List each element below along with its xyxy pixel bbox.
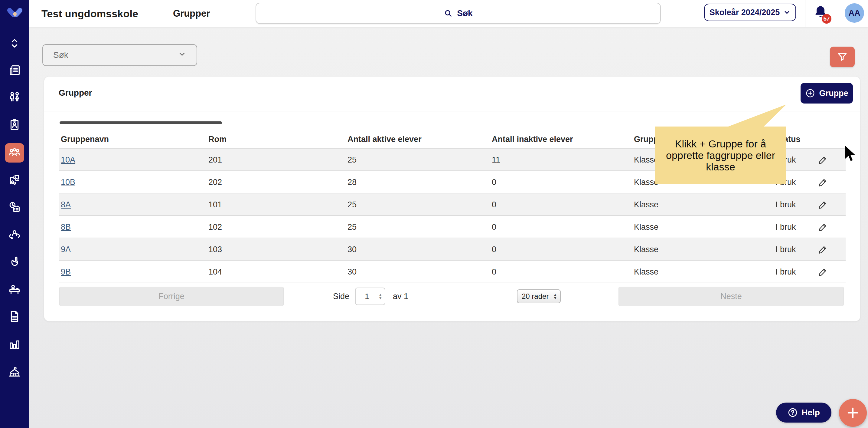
person-rotate-icon <box>7 227 22 242</box>
cell-inactive: 0 <box>492 261 496 283</box>
page-spinner[interactable]: ▲▼ <box>378 293 382 299</box>
sidebar-item-news[interactable] <box>5 61 24 81</box>
cell-inactive: 0 <box>492 238 496 261</box>
column-header-aktive[interactable]: Antall aktive elever <box>347 131 422 148</box>
help-button[interactable]: Help <box>776 403 831 423</box>
table-row: 8A 101 25 0 Klasse I bruk <box>59 193 846 215</box>
notification-badge: 57 <box>822 14 831 24</box>
school-name: Test ungdomsskole <box>41 0 138 27</box>
school-year-label: Skoleår 2024/2025 <box>710 8 780 17</box>
school-year-selector[interactable]: Skoleår 2024/2025 <box>704 4 796 21</box>
clock-calendar-icon <box>7 200 22 215</box>
previous-page-button[interactable]: Forrige <box>59 287 284 306</box>
quick-add-button[interactable] <box>839 399 867 427</box>
sidebar-item-guardians[interactable] <box>5 88 24 107</box>
sidebar-item-groups[interactable] <box>5 143 24 163</box>
newspaper-icon <box>7 63 22 78</box>
column-header-rom[interactable]: Rom <box>208 131 226 148</box>
sidebar-item-substitution[interactable] <box>5 225 24 245</box>
cell-status: I bruk <box>775 193 796 216</box>
add-group-button[interactable]: Gruppe <box>801 83 853 104</box>
chevron-down-icon <box>783 9 790 16</box>
puzzle-icon <box>7 173 22 188</box>
rows-per-page-select[interactable]: 20 rader ▲▼ <box>517 289 561 303</box>
sidebar-item-integrations[interactable] <box>5 170 24 190</box>
user-avatar[interactable]: AA <box>845 3 864 23</box>
raised-hand-icon <box>7 255 22 270</box>
group-search-label: Søk <box>53 50 68 60</box>
cell-room: 104 <box>208 261 222 283</box>
cell-active: 30 <box>347 238 356 261</box>
page-number-value: 1 <box>356 292 378 301</box>
column-header-gruppenavn[interactable]: Gruppenavn <box>61 131 109 148</box>
sidebar-item-students[interactable] <box>5 116 24 135</box>
table-row: 9B 104 30 0 Klasse I bruk <box>59 260 846 282</box>
edit-icon <box>818 267 828 277</box>
top-header: Test ungdomsskole Grupper Søk Skoleår 20… <box>29 0 868 27</box>
rows-per-page-value: 20 rader <box>522 292 549 301</box>
sidebar-item-teacher-desk[interactable] <box>5 280 24 299</box>
table-row: 8B 102 25 0 Klasse I bruk <box>59 215 846 238</box>
group-link[interactable]: 9A <box>61 245 71 254</box>
plus-circle-icon <box>805 88 815 98</box>
cell-active: 30 <box>347 261 356 283</box>
cell-active: 25 <box>347 193 356 216</box>
cell-active: 25 <box>347 216 356 238</box>
teacher-desk-icon <box>7 282 22 297</box>
edit-group-button[interactable] <box>815 261 831 283</box>
edit-group-button[interactable] <box>815 193 831 216</box>
edit-group-button[interactable] <box>815 171 831 193</box>
sidebar-item-hand-raise[interactable] <box>5 253 24 272</box>
edit-icon <box>818 222 828 232</box>
app-root: Test ungdomsskole Grupper Søk Skoleår 20… <box>0 0 868 428</box>
edit-icon <box>818 177 828 188</box>
page-label: Side <box>333 285 349 307</box>
group-link[interactable]: 8B <box>61 223 71 232</box>
sidebar-item-school[interactable] <box>5 363 24 382</box>
group-search-dropdown[interactable]: Søk <box>42 44 197 66</box>
edit-icon <box>818 244 828 255</box>
sidebar-item-statistics[interactable] <box>5 335 24 354</box>
next-page-button[interactable]: Neste <box>619 287 844 306</box>
groups-icon <box>7 145 22 161</box>
sidebar-item-collapse[interactable] <box>5 34 24 54</box>
header-divider <box>168 0 168 27</box>
plus-icon <box>846 406 860 420</box>
funnel-icon <box>837 51 848 63</box>
page-title: Grupper <box>173 0 210 27</box>
global-search-input[interactable]: Søk <box>255 3 661 24</box>
table-horizontal-scrollbar[interactable] <box>60 121 222 124</box>
sidebar-item-timetable[interactable] <box>5 198 24 217</box>
cell-inactive: 0 <box>492 216 496 238</box>
card-title: Grupper <box>59 88 92 98</box>
edit-group-button[interactable] <box>815 216 831 238</box>
cell-status: I bruk <box>775 261 796 283</box>
column-header-inaktive[interactable]: Antall inaktive elever <box>492 131 573 148</box>
cell-active: 28 <box>347 171 356 193</box>
group-link[interactable]: 9B <box>61 267 71 277</box>
school-building-icon <box>7 365 22 380</box>
page-number-input[interactable]: 1 ▲▼ <box>355 288 385 305</box>
edit-icon <box>818 199 828 210</box>
cell-room: 201 <box>208 149 222 171</box>
edit-group-button[interactable] <box>815 238 831 261</box>
table-row: 9A 103 30 0 Klasse I bruk <box>59 238 846 260</box>
collapse-chevrons-icon <box>7 36 22 52</box>
group-link[interactable]: 8A <box>61 200 71 209</box>
filter-button[interactable] <box>830 47 855 67</box>
group-link[interactable]: 10B <box>61 178 75 187</box>
cell-inactive: 0 <box>492 193 496 216</box>
cell-type: Klasse <box>634 216 658 238</box>
onboarding-tooltip: Klikk + Gruppe for å opprette faggruppe … <box>655 126 786 184</box>
header-divider <box>805 0 805 27</box>
bar-chart-icon <box>7 337 22 352</box>
cell-inactive: 0 <box>492 171 496 193</box>
search-icon <box>444 9 453 18</box>
sidebar-item-documents[interactable] <box>5 307 24 326</box>
app-logo[interactable] <box>7 5 23 21</box>
global-search-label: Søk <box>457 8 472 18</box>
edit-group-button[interactable] <box>815 149 831 171</box>
notifications-button[interactable]: 57 <box>813 4 831 23</box>
two-people-icon <box>7 90 22 105</box>
group-link[interactable]: 10A <box>61 155 75 165</box>
